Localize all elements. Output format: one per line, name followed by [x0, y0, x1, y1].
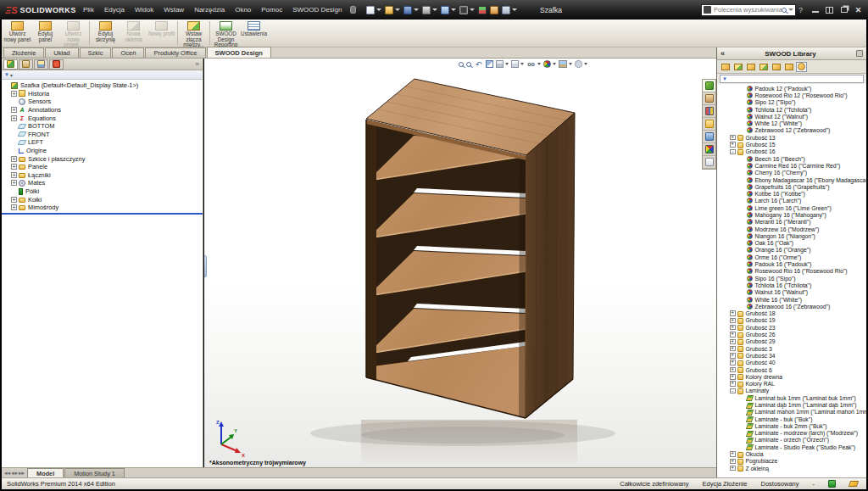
taskpane-tab-palette[interactable] — [703, 131, 715, 143]
feature-tree-item[interactable]: Sensors — [2, 98, 203, 106]
library-tree-item[interactable]: White 12 ("White") — [717, 120, 866, 126]
tab-szkic[interactable]: Szkic — [80, 47, 112, 58]
new-document-button[interactable] — [366, 6, 381, 14]
feature-tree-item[interactable]: +Kołki — [2, 195, 203, 204]
featuremanager-tab[interactable] — [3, 59, 18, 70]
tab-produkty-office[interactable]: Produkty Office — [145, 47, 205, 58]
library-tree-item[interactable]: Ebony Madagascar 16 ("Ebony Madagascar") — [717, 176, 866, 183]
expander-icon[interactable]: + — [11, 107, 17, 113]
expander-icon[interactable]: + — [11, 164, 17, 170]
library-tree-item[interactable]: Carmine Red 16 ("Carmine Red") — [717, 162, 866, 169]
library-tree-item[interactable]: Mahogany 16 ("Mahogany") — [717, 211, 866, 218]
expander-icon[interactable]: + — [730, 339, 736, 345]
library-tree-item[interactable]: +Okucia — [717, 450, 866, 457]
expander-icon[interactable]: + — [11, 91, 17, 97]
search-commands-box[interactable]: Polecenia wyszukiwania — [701, 4, 796, 16]
library-tree-item[interactable]: +Kolory drewna — [717, 373, 866, 380]
library-tree-item[interactable]: +Z okleiną — [717, 465, 866, 471]
undo-button[interactable] — [441, 6, 456, 14]
library-toolbar-profiles-button[interactable] — [771, 62, 782, 72]
expander-icon[interactable]: + — [730, 310, 736, 316]
menu-okno[interactable]: Okno — [230, 6, 256, 14]
feature-tree-item[interactable]: Półki — [2, 187, 203, 196]
library-tree-item[interactable]: Zebrawood 16 ("Zebrawood") — [717, 303, 866, 310]
expander-icon[interactable]: + — [730, 353, 736, 359]
tag-icon[interactable] — [849, 481, 859, 487]
expander-icon[interactable]: - — [730, 388, 736, 394]
tab-złożenie[interactable]: Złożenie — [3, 47, 44, 58]
open-button[interactable] — [385, 6, 400, 14]
tab-swood-design[interactable]: SWOOD Design — [207, 47, 271, 58]
library-toolbar-connectors-button[interactable] — [720, 62, 731, 72]
library-tree-item[interactable]: +Pogrubiacze — [717, 458, 866, 465]
feature-tree-item[interactable]: +Szkice i płaszczyzny — [2, 154, 203, 163]
library-tree-item[interactable]: Lime green 16 ("Lime Green") — [717, 204, 866, 211]
dropdown-caret-icon[interactable] — [395, 8, 400, 11]
taskpane-tab-library[interactable] — [703, 105, 715, 118]
library-tree-item[interactable]: Walnut 16 ("Walnut") — [717, 289, 866, 296]
menu-edycja[interactable]: Edycja — [99, 6, 130, 14]
library-tree-item[interactable]: Niangon 16 ("Niangon") — [717, 232, 866, 239]
feature-tree-item[interactable]: +Panele — [2, 163, 203, 171]
library-tree-item[interactable]: +Kolory RAL — [717, 380, 866, 387]
library-tree-item[interactable]: Laminat dąb 1mm ("Laminat dąb 1mm") — [717, 401, 866, 408]
library-tree-item[interactable]: Beech 16 ("Beech") — [717, 155, 866, 162]
library-tree-item[interactable]: Sipo 16 ("Sipo") — [717, 275, 866, 282]
library-tree-item[interactable]: +Grubość 26 — [717, 331, 866, 338]
expander-icon[interactable]: + — [11, 156, 17, 162]
library-filter-input[interactable]: ▼ — [720, 75, 864, 83]
tab-oceń[interactable]: Oceń — [112, 47, 144, 58]
panel-splitter-handle[interactable] — [204, 255, 207, 277]
prev-tab-icon[interactable]: ◂ — [11, 470, 14, 477]
menu-swood-design[interactable]: SWOOD Design — [287, 6, 347, 14]
feature-tree-item[interactable]: +AAnnotations — [2, 106, 203, 114]
library-tree-item[interactable]: +Grubość 3 — [717, 345, 866, 352]
library-toolbar-materials-button[interactable] — [796, 62, 807, 72]
expander-icon[interactable]: + — [730, 466, 736, 471]
utwórz-nowy-panel-button[interactable]: Utwórz nowy panel — [3, 20, 31, 47]
library-tree-item[interactable]: +Grubość 19 — [717, 317, 866, 324]
expander-icon[interactable]: - — [730, 149, 736, 155]
expander-icon[interactable]: + — [730, 332, 736, 338]
library-tree-item[interactable]: +Grubość 18 — [717, 310, 866, 317]
library-tree-item[interactable]: +Grubość 23 — [717, 324, 866, 331]
library-tree-item[interactable]: Walnut 12 ("Walnut") — [717, 113, 866, 120]
feature-tree-item[interactable]: +Mates — [2, 179, 203, 187]
feature-tree-item[interactable]: LEFT — [2, 138, 203, 147]
library-tree-item[interactable]: Laminate - orzech ("Orzech") — [717, 437, 866, 444]
expander-icon[interactable]: + — [11, 204, 17, 210]
panel-expand-chevron[interactable]: » — [196, 60, 199, 68]
feature-tree-item[interactable]: BOTTOM — [2, 122, 203, 131]
propertymanager-tab[interactable] — [19, 59, 33, 70]
library-tree-item[interactable]: Laminat mahoń 1mm ("Laminat mahoń 1mm") — [717, 409, 866, 416]
library-tree-item[interactable]: +Grubość 6 — [717, 366, 866, 373]
feature-tree-item[interactable]: +Historia — [2, 90, 203, 98]
library-tree-item[interactable]: Grapefruits 16 ("Grapefruits") — [717, 183, 866, 190]
select-button[interactable] — [459, 6, 475, 14]
dropdown-caret-icon[interactable] — [451, 8, 456, 11]
help-button[interactable]: ? — [796, 5, 805, 14]
expander-icon[interactable]: + — [730, 459, 736, 465]
library-tree-item[interactable]: Padouk 16 ("Padouk") — [717, 260, 866, 267]
swood-design-reporting-button[interactable]: SWOOD Design Reporting — [212, 20, 240, 47]
search-caret-icon[interactable] — [788, 8, 793, 11]
dropdown-caret-icon[interactable] — [414, 8, 419, 11]
library-tree-item[interactable]: Modrzew 16 ("Modrzew") — [717, 226, 866, 232]
menu-widok[interactable]: Widok — [130, 6, 159, 14]
library-tree-item[interactable]: -Laminaty — [717, 388, 866, 394]
print-button[interactable] — [422, 6, 437, 14]
library-tree-item[interactable]: Laminate - Studio Peak ("Studio Peak") — [717, 444, 866, 450]
library-tree-item[interactable]: Orme 16 ("Orme") — [717, 254, 866, 260]
expander-icon[interactable]: + — [730, 135, 736, 141]
expander-icon[interactable]: + — [11, 180, 17, 186]
expander-icon[interactable]: + — [11, 172, 17, 178]
library-tree-item[interactable]: Oak 16 ("Oak") — [717, 240, 866, 247]
library-tree-item[interactable]: Sipo 12 ("Sipo") — [717, 99, 866, 106]
next-tab-icon[interactable]: ▸ — [15, 470, 19, 477]
feature-tree-item[interactable]: +Łączniki — [2, 171, 203, 180]
library-tree-item[interactable]: Laminate - modrzew (larch) ("Modrzew") — [717, 430, 866, 437]
library-tree-item[interactable]: Larch 16 ("Larch") — [717, 198, 866, 204]
expander-icon[interactable]: + — [730, 346, 736, 352]
taskpane-tab-explorer[interactable] — [703, 118, 715, 131]
configurationmanager-tab[interactable] — [34, 59, 48, 70]
